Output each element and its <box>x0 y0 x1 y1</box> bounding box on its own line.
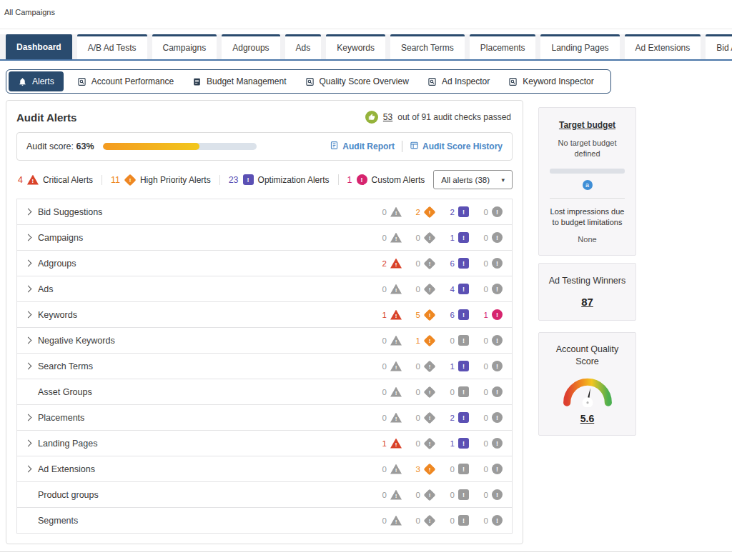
table-row-bid-suggestions[interactable]: Bid Suggestions0!2!2!0! <box>16 199 513 225</box>
tab-a-b-ad-tests[interactable]: A/B Ad Tests <box>77 34 147 59</box>
score-links: Audit Report Audit Score History <box>330 141 503 152</box>
summary-count: 1 <box>347 175 352 185</box>
row-label: Search Terms <box>38 361 93 371</box>
optimization-alert-count: 1 <box>450 234 455 242</box>
table-row-campaigns[interactable]: Campaigns0!0!1!0! <box>16 224 513 251</box>
chevron-right-icon[interactable] <box>25 337 32 344</box>
thumbs-up-icon <box>365 111 378 124</box>
row-label: Campaigns <box>38 233 83 243</box>
critical-alert-count: 1 <box>382 311 387 319</box>
chevron-right-icon[interactable] <box>25 311 32 319</box>
high-alert-cell: 0! <box>402 361 435 371</box>
high-alert-icon: ! <box>424 283 436 295</box>
table-row-ad-extensions[interactable]: Ad Extensions0!3!0!0! <box>16 456 513 482</box>
table-row-adgroups[interactable]: Adgroups2!0!6!0! <box>16 250 513 276</box>
custom-alert-cell: 0! <box>469 335 503 346</box>
tab-dashboard[interactable]: Dashboard <box>6 34 72 59</box>
table-row-placements[interactable]: Placements0!0!2!0! <box>16 404 513 431</box>
tab-placements[interactable]: Placements <box>470 34 536 59</box>
custom-alert-cell: 0! <box>469 232 503 243</box>
custom-alert-cell: 0! <box>469 284 503 294</box>
chevron-right-icon[interactable] <box>25 234 32 241</box>
high-alert-cell: 0! <box>402 232 435 243</box>
optimization-alert-cell: 1! <box>435 232 469 243</box>
high-alert-cell: 0! <box>402 284 435 294</box>
toolbar-item-alerts[interactable]: Alerts <box>9 71 64 91</box>
table-row-negative-keywords[interactable]: Negative Keywords0!1!0!0! <box>16 327 513 354</box>
toolbar-item-budget-management[interactable]: Budget Management <box>183 70 295 93</box>
tab-landing-pages[interactable]: Landing Pages <box>540 34 619 59</box>
summary-custom-alerts[interactable]: 1!Custom Alerts <box>339 174 434 185</box>
row-label: Bid Suggestions <box>38 207 102 217</box>
toolbar-item-quality-score-overview[interactable]: Quality Score Overview <box>296 70 418 93</box>
critical-alert-cell: 0! <box>368 464 402 474</box>
custom-alert-cell: 0! <box>469 464 503 474</box>
chevron-right-icon[interactable] <box>25 209 32 216</box>
high-alert-cell: 3! <box>402 464 435 474</box>
chevron-right-icon[interactable] <box>25 440 32 447</box>
critical-alert-cell: 0! <box>368 335 402 346</box>
summary-critical-alerts[interactable]: 4!Critical Alerts <box>16 175 102 185</box>
toolbar-item-keyword-inspector[interactable]: Keyword Inspector <box>499 70 603 93</box>
high-alert-cell: 0! <box>402 412 435 423</box>
summary-optimization-alerts[interactable]: 23!Optimization Alerts <box>220 174 339 185</box>
tab-adgroups[interactable]: Adgroups <box>222 34 280 59</box>
toolbar-item-ad-inspector[interactable]: Ad Inspector <box>418 70 499 93</box>
alerts-filter-dropdown[interactable]: All alerts (38) ▾ <box>433 170 513 189</box>
chevron-right-icon[interactable] <box>25 466 32 473</box>
table-row-keywords[interactable]: Keywords1!5!6!1! <box>16 301 513 328</box>
chevron-right-icon[interactable] <box>25 260 32 267</box>
critical-alert-icon: ! <box>390 439 402 449</box>
critical-alert-icon: ! <box>390 387 402 397</box>
tab-campaigns[interactable]: Campaigns <box>152 34 217 59</box>
critical-alert-cell: 0! <box>368 386 402 397</box>
row-label: Negative Keywords <box>38 336 115 346</box>
custom-alert-count: 0 <box>484 414 488 422</box>
breadcrumb[interactable]: All Campaigns <box>4 8 55 16</box>
audit-report-link[interactable]: Audit Report <box>330 141 395 152</box>
optimization-alert-cell: 2! <box>435 412 469 423</box>
optimization-alert-icon: ! <box>458 412 469 423</box>
summary-count: 4 <box>18 175 23 185</box>
critical-alert-icon: ! <box>27 175 39 185</box>
ad-testing-winners-value[interactable]: 87 <box>581 296 593 308</box>
account-quality-score-value[interactable]: 5.6 <box>580 413 594 424</box>
critical-alert-icon: ! <box>390 207 402 217</box>
audit-report-icon <box>330 141 339 152</box>
summary-high-priority-alerts[interactable]: 11!High Priority Alerts <box>102 175 220 185</box>
custom-alert-count: 0 <box>484 336 488 345</box>
tab-keywords[interactable]: Keywords <box>326 34 385 59</box>
chevron-right-icon[interactable] <box>25 286 32 293</box>
toolbar-item-account-performance[interactable]: Account Performance <box>68 70 183 93</box>
target-budget-link[interactable]: Target budget <box>559 120 615 130</box>
summary-label: High Priority Alerts <box>140 175 211 185</box>
table-row-search-terms[interactable]: Search Terms0!0!1!0! <box>16 353 513 379</box>
critical-alert-cell: 0! <box>368 412 402 423</box>
optimization-alert-cell: 1! <box>435 438 469 449</box>
tab-ads[interactable]: Ads <box>285 34 322 59</box>
chevron-right-icon[interactable] <box>25 414 32 421</box>
chevron-right-icon[interactable] <box>25 363 32 370</box>
critical-alert-count: 0 <box>382 414 387 422</box>
high-alert-count: 0 <box>416 388 420 396</box>
checks-passed-link[interactable]: 53 <box>383 112 392 122</box>
high-alert-count: 0 <box>416 259 420 268</box>
toolbar-item-label: Budget Management <box>207 76 286 86</box>
high-alert-icon: ! <box>424 231 436 244</box>
audit-score-bar <box>103 143 257 150</box>
tab-search-terms[interactable]: Search Terms <box>390 34 465 59</box>
critical-alert-cell: 0! <box>368 206 402 217</box>
critical-alert-icon: ! <box>390 284 402 294</box>
tab-ad-extensions[interactable]: Ad Extensions <box>625 34 701 59</box>
tab-bid-adjustments[interactable]: Bid Adjustments <box>706 34 732 59</box>
audit-score-history-link[interactable]: Audit Score History <box>410 141 503 152</box>
toolbar-item-label: Quality Score Overview <box>320 76 409 86</box>
alerts-summary: 4!Critical Alerts11!High Priority Alerts… <box>6 161 523 199</box>
audit-report-label: Audit Report <box>342 141 395 151</box>
table-row-landing-pages[interactable]: Landing Pages1!0!1!0! <box>16 430 513 456</box>
audit-score-history-icon <box>410 141 419 152</box>
table-row-ads[interactable]: Ads0!0!4!0! <box>16 276 513 302</box>
critical-alert-cell: 1! <box>368 309 402 320</box>
high-alert-icon: ! <box>424 514 436 526</box>
custom-alert-icon: ! <box>492 335 503 346</box>
